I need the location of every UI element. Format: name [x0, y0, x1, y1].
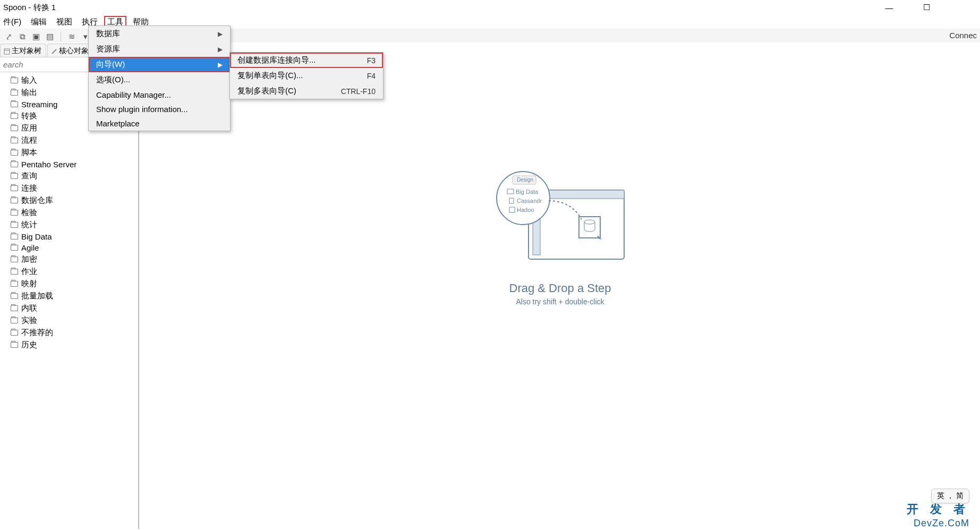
folder-icon: [11, 281, 18, 287]
minimize-button[interactable]: —: [877, 3, 901, 12]
tree-item-label: 加密: [21, 254, 37, 264]
menu-item-label: Marketplace: [96, 119, 140, 128]
folder-icon: [11, 198, 18, 203]
menu-item-label: 复制多表向导(C): [237, 86, 296, 96]
tree-item-label: 应用: [21, 123, 37, 133]
tree-item[interactable]: 加密: [0, 253, 138, 266]
menu-edit[interactable]: 编辑: [28, 16, 50, 28]
toolbar-open-icon[interactable]: ⧉: [17, 31, 28, 42]
watermark-cn: 开 发 者: [907, 501, 969, 517]
svg-text:Big Data: Big Data: [516, 189, 539, 195]
tree-item-label: Agile: [21, 243, 39, 252]
tree-item[interactable]: 不推荐的: [0, 327, 138, 339]
placeholder-subtitle: Also try shift + double-click: [491, 297, 629, 306]
tools-menu-item[interactable]: Show plugin information...: [89, 102, 230, 116]
folder-icon: [11, 222, 18, 228]
tree-item[interactable]: 数据仓库: [0, 194, 138, 207]
tree-item[interactable]: Pentaho Server: [0, 159, 138, 170]
menu-file[interactable]: 件(F): [0, 16, 24, 28]
tree-item-label: 转换: [21, 111, 37, 121]
menu-item-label: 选项(O)...: [96, 75, 130, 85]
wizard-menu-item[interactable]: 创建数据库连接向导...F3: [230, 53, 383, 68]
folder-icon: [11, 161, 18, 167]
tree-item[interactable]: Agile: [0, 242, 138, 253]
maximize-button[interactable]: ☐: [914, 3, 939, 12]
menu-item-label: 数据库: [96, 29, 120, 39]
tree-item[interactable]: 流程: [0, 134, 138, 147]
toolbar-separator: [61, 32, 61, 41]
toolbar-saveas-icon[interactable]: ▤: [45, 31, 55, 42]
tree-item[interactable]: 实验: [0, 314, 138, 327]
tree-item[interactable]: 内联: [0, 302, 138, 314]
submenu-arrow-icon: ▶: [218, 46, 223, 53]
tree-item[interactable]: 作业: [0, 266, 138, 278]
tree-item-label: 输出: [21, 88, 37, 98]
folder-icon: [11, 342, 18, 348]
tools-menu-item[interactable]: 向导(W)▶: [89, 57, 230, 72]
tree-item-label: 连接: [21, 183, 37, 193]
menu-item-label: Capability Manager...: [96, 90, 171, 99]
tree-item-label: 作业: [21, 267, 37, 277]
tab-main-tree[interactable]: 主对象树: [0, 44, 46, 57]
submenu-arrow-icon: ▶: [218, 61, 223, 69]
menu-item-shortcut: F4: [367, 72, 376, 80]
tree-item[interactable]: 映射: [0, 278, 138, 290]
toolbar-new-icon[interactable]: ⤤: [3, 31, 14, 42]
tree-item[interactable]: 查询: [0, 170, 138, 182]
folder-icon: [11, 78, 18, 83]
tree-item-label: 输入: [21, 75, 37, 86]
tools-dropdown: 数据库▶资源库▶向导(W)▶选项(O)...Capability Manager…: [88, 25, 231, 131]
tree-item-label: 检验: [21, 208, 37, 218]
watermark-url: DevZe.CoM: [914, 518, 969, 529]
folder-icon: [11, 113, 18, 119]
diagram-tab-label: Design: [517, 177, 533, 183]
folder-icon: [11, 125, 18, 131]
tree-item[interactable]: Big Data: [0, 231, 138, 242]
tree-item-label: Streaming: [21, 100, 57, 109]
placeholder-title: Drag & Drop a Step: [491, 281, 629, 295]
tab-core-objects[interactable]: 核心对象: [47, 44, 93, 57]
tree-item[interactable]: 批量加载: [0, 290, 138, 302]
menu-item-label: 复制单表向导(C)...: [237, 71, 303, 81]
folder-icon: [11, 138, 18, 143]
tree-item-label: 查询: [21, 171, 37, 181]
tree-item-label: 脚本: [21, 148, 37, 158]
canvas[interactable]: Design Big Data Cassandr Hadoo Drag & Dr…: [140, 42, 980, 530]
title-bar: Spoon - 转换 1: [0, 0, 980, 15]
folder-icon: [11, 269, 18, 275]
toolbar-save-icon[interactable]: ▣: [31, 31, 41, 42]
folder-icon: [11, 318, 18, 323]
toolbar-layers-icon[interactable]: ≋: [66, 31, 77, 42]
tools-menu-item[interactable]: 数据库▶: [89, 26, 230, 41]
tools-menu-item[interactable]: Capability Manager...: [89, 88, 230, 102]
menu-item-shortcut: F3: [367, 56, 376, 65]
tree-item[interactable]: 连接: [0, 182, 138, 194]
connect-label[interactable]: Connec: [949, 31, 977, 40]
tab-core-objects-label: 核心对象: [59, 46, 89, 56]
menu-view[interactable]: 视图: [53, 16, 75, 28]
canvas-placeholder: Design Big Data Cassandr Hadoo Drag & Dr…: [491, 169, 629, 306]
submenu-arrow-icon: ▶: [218, 30, 223, 38]
wizard-menu-item[interactable]: 复制单表向导(C)...F4: [230, 68, 383, 83]
folder-icon: [11, 234, 18, 240]
window-title: Spoon - 转换 1: [3, 3, 56, 13]
tools-menu-item[interactable]: Marketplace: [89, 116, 230, 131]
tools-menu-item[interactable]: 选项(O)...: [89, 72, 230, 88]
wizard-submenu: 创建数据库连接向导...F3复制单表向导(C)...F4复制多表向导(C)CTR…: [229, 52, 384, 99]
tools-menu-item[interactable]: 资源库▶: [89, 41, 230, 57]
tree-item[interactable]: 统计: [0, 219, 138, 231]
tree-item-label: Pentaho Server: [21, 160, 76, 169]
tree-item[interactable]: 检验: [0, 207, 138, 219]
wizard-menu-item[interactable]: 复制多表向导(C)CTRL-F10: [230, 83, 383, 99]
svg-text:Cassandr: Cassandr: [517, 198, 542, 204]
folder-icon: [11, 210, 18, 216]
tree-item[interactable]: 脚本: [0, 147, 138, 159]
tree-item[interactable]: 历史: [0, 339, 138, 351]
tree-item-label: 历史: [21, 340, 37, 350]
tree-item-label: 内联: [21, 303, 37, 313]
folder-icon: [11, 150, 18, 156]
folder-icon: [11, 90, 18, 96]
window-controls: — ☐: [877, 0, 976, 15]
svg-point-7: [584, 220, 595, 224]
svg-line-2: [52, 49, 56, 54]
